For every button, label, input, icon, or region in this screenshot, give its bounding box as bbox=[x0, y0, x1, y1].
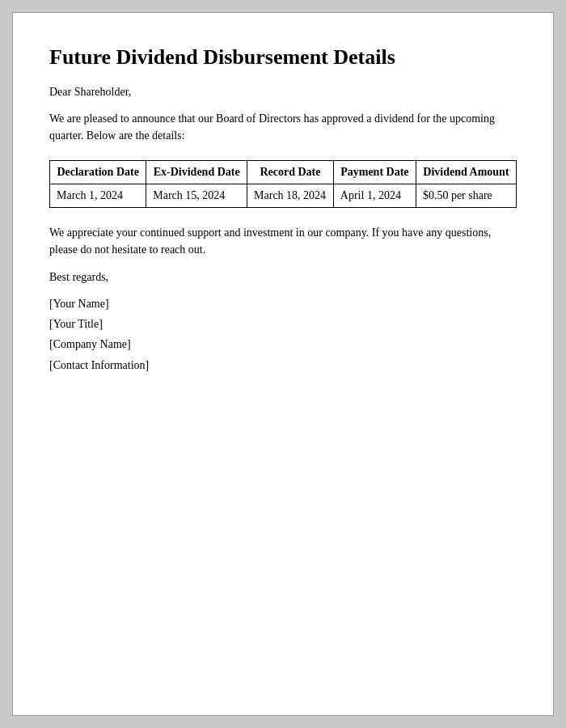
col-header-declaration-date: Declaration Date bbox=[50, 161, 146, 184]
col-header-record-date: Record Date bbox=[247, 161, 334, 184]
col-header-payment-date: Payment Date bbox=[333, 161, 416, 184]
table-header-row: Declaration Date Ex-Dividend Date Record… bbox=[50, 161, 517, 184]
signature-title: [Your Title] bbox=[49, 314, 517, 334]
signature-company: [Company Name] bbox=[49, 334, 517, 354]
signature-name: [Your Name] bbox=[49, 294, 517, 314]
col-header-dividend-amount: Dividend Amount bbox=[416, 161, 516, 184]
closing-paragraph: We appreciate your continued support and… bbox=[49, 224, 517, 258]
page-title: Future Dividend Disbursement Details bbox=[49, 45, 517, 70]
signature-block: [Your Name] [Your Title] [Company Name] … bbox=[49, 294, 517, 375]
cell-ex-dividend-date: March 15, 2024 bbox=[146, 184, 247, 208]
col-header-ex-dividend-date: Ex-Dividend Date bbox=[146, 161, 247, 184]
cell-declaration-date: March 1, 2024 bbox=[50, 184, 146, 208]
table-row: March 1, 2024 March 15, 2024 March 18, 2… bbox=[50, 184, 517, 208]
intro-paragraph: We are pleased to announce that our Boar… bbox=[49, 110, 517, 144]
cell-payment-date: April 1, 2024 bbox=[333, 184, 416, 208]
regards-line: Best regards, bbox=[49, 271, 517, 284]
signature-contact: [Contact Information] bbox=[49, 355, 517, 375]
salutation: Dear Shareholder, bbox=[49, 86, 517, 99]
dividend-table: Declaration Date Ex-Dividend Date Record… bbox=[49, 160, 517, 208]
cell-record-date: March 18, 2024 bbox=[247, 184, 334, 208]
document-page: Future Dividend Disbursement Details Dea… bbox=[12, 12, 554, 716]
cell-dividend-amount: $0.50 per share bbox=[416, 184, 516, 208]
